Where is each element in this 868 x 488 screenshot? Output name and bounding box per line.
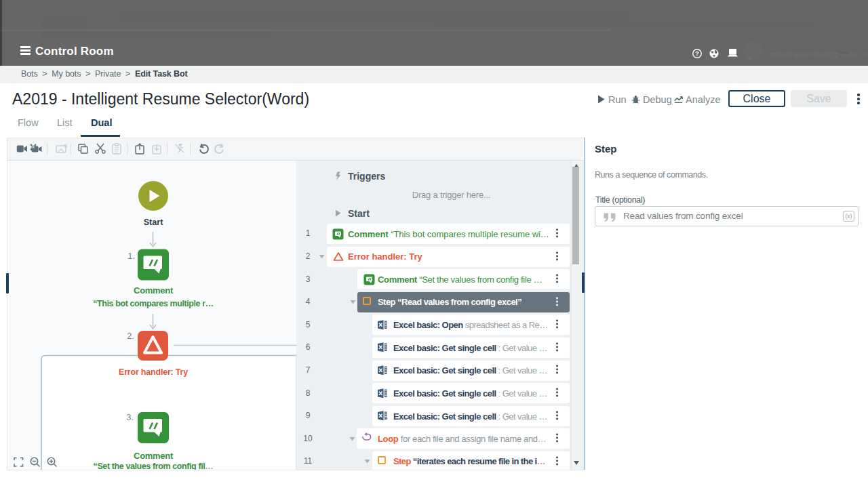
- svg-text:?: ?: [695, 49, 699, 57]
- svg-text:3.: 3.: [126, 412, 134, 422]
- svg-text:Comment: Comment: [134, 285, 174, 296]
- svg-text:1.: 1.: [127, 251, 135, 261]
- svg-text:2.: 2.: [127, 331, 134, 341]
- svg-text:Error handler: Try: Error handler: Try: [119, 367, 188, 377]
- svg-text:“Set the values from config fi: “Set the values from config fil…: [94, 462, 214, 470]
- svg-text:Comment: Comment: [134, 451, 174, 461]
- svg-text:Start: Start: [144, 218, 163, 227]
- svg-text:“This bot compares multiple r…: “This bot compares multiple r…: [93, 299, 214, 308]
